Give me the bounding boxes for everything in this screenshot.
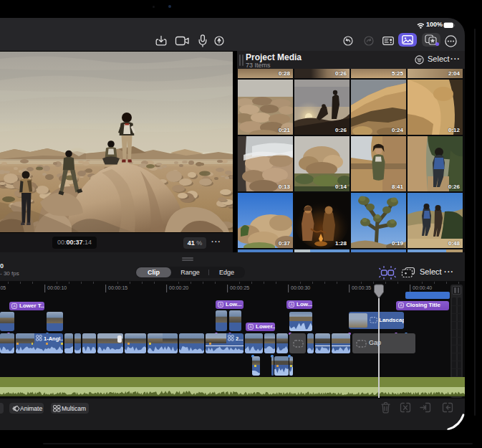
svg-text:A: A <box>219 302 222 307</box>
svg-text:A: A <box>290 302 293 307</box>
svg-text:A: A <box>13 304 16 308</box>
svg-text:A: A <box>400 303 403 308</box>
svg-text:A: A <box>249 325 252 329</box>
